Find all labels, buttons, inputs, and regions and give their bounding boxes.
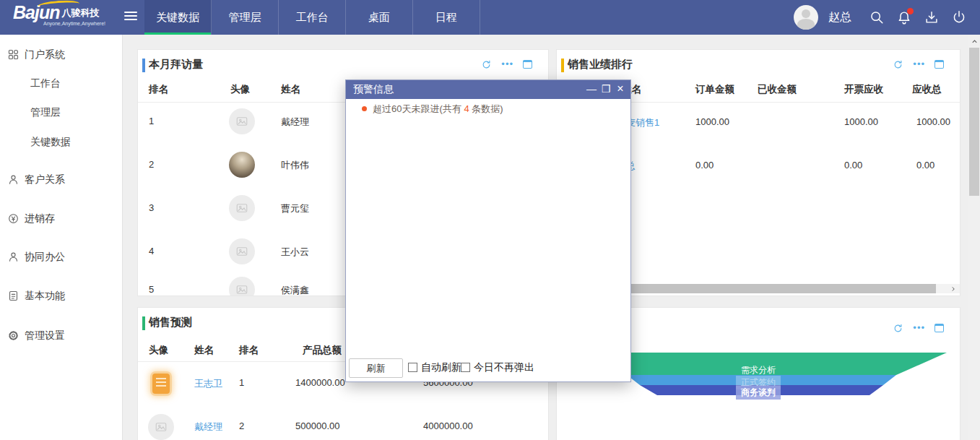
card-title: 销售预测 — [149, 316, 192, 329]
placeholder-image-icon — [229, 108, 255, 134]
order-amount-cell: 1000.00 — [695, 116, 729, 127]
maximize-icon[interactable] — [935, 60, 944, 69]
vertical-scrollbar[interactable] — [968, 35, 980, 440]
rank-cell: 2 — [239, 420, 244, 431]
refresh-icon[interactable] — [893, 59, 903, 70]
placeholder-image-icon — [229, 238, 255, 264]
placeholder-image-icon — [229, 277, 255, 296]
name-cell: 王小云 — [281, 246, 309, 259]
dialog-header[interactable]: 预警信息 — ❒ × — [346, 80, 630, 99]
user-avatar[interactable] — [794, 5, 818, 30]
rank-cell: 1 — [149, 116, 154, 126]
refresh-button[interactable]: 刷新 — [349, 358, 403, 378]
name-cell: 侯满鑫 — [281, 284, 309, 296]
more-options-icon[interactable]: ••• — [913, 322, 925, 334]
more-options-icon[interactable]: ••• — [501, 59, 513, 70]
col-header-avatar: 头像 — [230, 83, 250, 96]
refresh-icon[interactable] — [481, 59, 492, 70]
rank-cell: 1 — [239, 377, 244, 388]
nav-item-desktop[interactable]: 桌面 — [346, 0, 413, 35]
col-header-avatar: 头像 — [149, 344, 168, 357]
sidebar-item-basic-functions[interactable]: 基本功能 — [0, 289, 123, 305]
card-accent-bar — [561, 59, 564, 72]
rank-cell: 4 — [149, 246, 154, 256]
card-toolbar: ••• — [481, 59, 532, 70]
salesperson-link[interactable]: 王志卫 — [194, 377, 222, 390]
card-title: 销售业绩排行 — [568, 58, 633, 72]
grid-icon — [7, 48, 19, 61]
card-title: 本月拜访量 — [149, 58, 203, 72]
nav-item-workbench[interactable]: 工作台 — [279, 0, 346, 35]
hamburger-icon[interactable] — [124, 12, 137, 22]
gear-icon — [7, 329, 19, 342]
username-label[interactable]: 赵总 — [828, 10, 851, 25]
col-header-rank: 排名 — [239, 344, 259, 357]
download-icon[interactable] — [924, 9, 940, 25]
no-popup-today-label[interactable]: 今日不再弹出 — [474, 361, 534, 374]
top-nav-menu: 关键数据 管理层 工作台 桌面 日程 — [144, 0, 480, 35]
col-header-receivable-total: 应收总 — [912, 83, 942, 96]
alert-count: 4 — [464, 103, 469, 114]
rank-cell: 2 — [149, 159, 154, 170]
order-amount-cell: 0.00 — [695, 160, 714, 171]
sidebar-item-admin-settings[interactable]: 管理设置 — [0, 329, 123, 345]
nav-item-management[interactable]: 管理层 — [212, 0, 279, 35]
photo-avatar — [229, 152, 255, 178]
maximize-icon[interactable] — [523, 60, 532, 69]
navbar-right-cluster: 赵总 — [794, 0, 973, 35]
funnel-label-negotiation-wrap[interactable]: 商务谈判 — [557, 386, 960, 400]
col-header-product-total: 产品总额 — [303, 344, 342, 357]
brand-tagline: Anyone,Anytime,Anywhere! — [43, 21, 121, 26]
alert-bullet-icon — [362, 106, 367, 111]
refresh-icon[interactable] — [893, 322, 903, 334]
invoice-receivable-cell: 0.00 — [844, 160, 862, 171]
card-accent-bar — [142, 59, 145, 72]
top-navbar: Bajun八骏科技 Anyone,Anytime,Anywhere! 关键数据 … — [0, 0, 980, 35]
name-cell: 戴经理 — [281, 116, 309, 129]
customer-icon — [7, 173, 19, 186]
search-icon[interactable] — [869, 9, 885, 25]
minimize-icon[interactable]: — — [584, 80, 599, 99]
office-icon — [7, 251, 19, 263]
app-root: Bajun八骏科技 Anyone,Anytime,Anywhere! 关键数据 … — [0, 0, 980, 440]
nav-item-schedule[interactable]: 日程 — [413, 0, 480, 35]
notification-badge — [907, 8, 914, 14]
sidebar-item-management[interactable]: 管理层 — [30, 106, 61, 121]
nav-item-key-data[interactable]: 关键数据 — [144, 0, 212, 35]
col-header-rank: 排名 — [149, 83, 168, 96]
scroll-up-arrow-icon[interactable] — [968, 36, 980, 46]
sidebar-item-customer-relations[interactable]: 客户关系 — [0, 173, 123, 189]
sidebar-item-portal-system[interactable]: 门户系统 — [0, 48, 123, 64]
receivable-total-cell: 0.00 — [916, 160, 935, 171]
no-popup-today-checkbox[interactable] — [461, 363, 470, 372]
col-header-name: 姓名 — [194, 344, 214, 357]
sidebar-item-inventory[interactable]: 进销存 — [0, 212, 123, 228]
card-accent-bar — [142, 316, 145, 330]
sidebar-item-collaboration[interactable]: 协同办公 — [0, 250, 123, 266]
maximize-icon[interactable] — [935, 324, 944, 332]
sidebar-item-workbench[interactable]: 工作台 — [30, 77, 61, 92]
rank-cell: 3 — [149, 202, 154, 213]
brand-name-cn: 八骏科技 — [61, 7, 99, 20]
more-options-icon[interactable]: ••• — [913, 59, 925, 70]
close-icon[interactable]: × — [613, 80, 628, 99]
salesperson-link[interactable]: 戴经理 — [194, 420, 222, 433]
restore-icon[interactable]: ❒ — [599, 80, 613, 99]
auto-refresh-checkbox[interactable] — [408, 363, 417, 372]
document-icon — [7, 290, 19, 302]
scroll-right-arrow-icon[interactable] — [948, 284, 958, 293]
power-icon[interactable] — [951, 9, 967, 25]
bell-icon[interactable] — [896, 9, 912, 25]
col-header-received-amount: 已收金额 — [758, 83, 797, 96]
card-toolbar: ••• — [893, 322, 944, 334]
vertical-scrollbar-thumb[interactable] — [969, 48, 979, 196]
alert-message[interactable]: 超过60天未跟进(共有 4 条数据) — [373, 103, 503, 116]
card-toolbar: ••• — [893, 59, 944, 70]
auto-refresh-label[interactable]: 自动刷新 — [421, 361, 461, 374]
inventory-icon — [7, 212, 19, 225]
forecast-total-cell: 4000000.00 — [423, 420, 473, 431]
sidebar-item-key-data[interactable]: 关键数据 — [30, 136, 71, 150]
funnel-label-negotiation: 商务谈判 — [736, 386, 781, 400]
name-cell: 叶伟伟 — [281, 159, 309, 172]
brand-logo[interactable]: Bajun八骏科技 Anyone,Anytime,Anywhere! — [13, 2, 121, 33]
